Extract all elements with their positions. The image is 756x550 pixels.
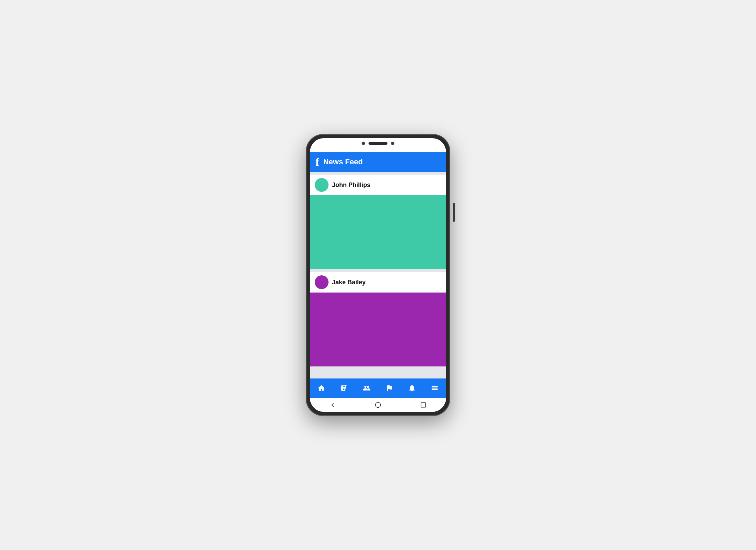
post-card-1: John Phillips: [310, 175, 446, 269]
post-header-2: Jake Bailey: [310, 272, 446, 293]
flag-nav-button[interactable]: [383, 382, 396, 394]
groups-nav-button[interactable]: [360, 382, 373, 394]
power-button: [453, 203, 455, 222]
home-nav-button[interactable]: [315, 382, 327, 394]
svg-point-0: [376, 403, 381, 408]
menu-icon: [431, 384, 438, 392]
back-icon: [329, 402, 336, 408]
menu-nav-button[interactable]: [429, 382, 441, 394]
android-nav-bar: [310, 398, 446, 412]
android-recent-button[interactable]: [420, 402, 427, 408]
facebook-header: f News Feed: [310, 152, 446, 172]
phone-device: f News Feed John Phillips Jak: [306, 134, 450, 416]
phone-sensors: [362, 142, 394, 145]
store-icon: [340, 384, 348, 392]
recent-icon: [420, 402, 427, 408]
avatar-john-phillips: [315, 178, 329, 192]
home-icon: [318, 384, 325, 392]
notifications-nav-button[interactable]: [406, 382, 418, 394]
bell-icon: [408, 384, 416, 392]
front-camera-2: [391, 142, 394, 145]
speaker: [369, 142, 388, 145]
groups-icon: [363, 384, 370, 392]
phone-screen: f News Feed John Phillips Jak: [310, 138, 446, 412]
android-home-icon: [375, 402, 381, 408]
avatar-jake-bailey: [315, 275, 329, 289]
screen-content: f News Feed John Phillips Jak: [310, 138, 446, 412]
flag-icon: [386, 384, 393, 392]
marketplace-nav-button[interactable]: [338, 382, 350, 394]
post-username-1: John Phillips: [332, 182, 370, 189]
svg-rect-1: [421, 403, 425, 407]
facebook-logo: f: [315, 156, 319, 167]
post-image-1: [310, 195, 446, 269]
android-home-button[interactable]: [375, 402, 381, 408]
news-feed: John Phillips Jake Bailey: [310, 172, 446, 378]
android-back-button[interactable]: [329, 402, 336, 408]
bottom-navigation: [310, 378, 446, 398]
news-feed-title: News Feed: [323, 157, 363, 166]
post-username-2: Jake Bailey: [332, 279, 366, 286]
post-header-1: John Phillips: [310, 175, 446, 195]
front-camera: [362, 142, 365, 145]
post-image-2: [310, 293, 446, 366]
post-card-2: Jake Bailey: [310, 272, 446, 366]
